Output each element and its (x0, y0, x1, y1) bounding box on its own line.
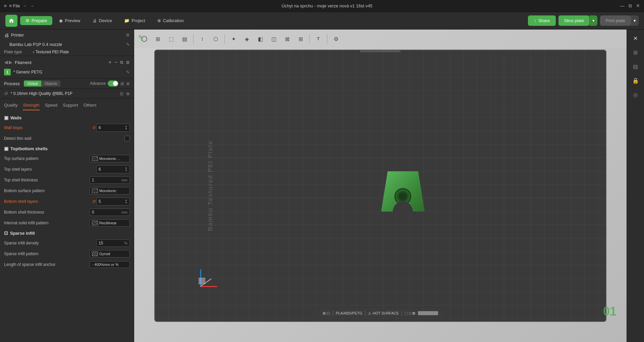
rs-grid-btn[interactable]: ▤ (630, 60, 642, 72)
plate-type-value[interactable]: › Textured PEI Plate (33, 50, 69, 54)
process-badges: Global Objects (24, 80, 60, 87)
internal-solid-infill-select[interactable]: Rectilinear (90, 219, 130, 227)
top-shell-layers-down[interactable]: ▼ (125, 169, 127, 172)
bottom-shell-layers-input[interactable]: 5 ▲ ▼ (96, 197, 130, 206)
filament-settings-icon[interactable]: ⚙ (126, 60, 130, 65)
prepare-icon: ⚙ (25, 18, 30, 23)
close-btn[interactable]: ✕ (636, 3, 640, 9)
filament-copy-icon[interactable]: ⧉ (120, 60, 123, 65)
print-button[interactable]: Print plate (600, 15, 631, 26)
printer-settings-icon[interactable]: ⚙ (126, 33, 130, 38)
wall-loops-arrows[interactable]: ▲ ▼ (125, 125, 127, 130)
tab-strength[interactable]: Strength (23, 101, 39, 110)
filament-add-icon[interactable]: + (108, 59, 111, 65)
arrange-btn[interactable]: ✦ (227, 33, 239, 45)
tab-quality[interactable]: Quality (4, 101, 17, 110)
rs-lock-btn[interactable]: 🔒 (630, 74, 642, 87)
advance-icons[interactable]: ⊞ (120, 81, 124, 86)
wall-loops-down[interactable]: ▼ (125, 128, 127, 130)
detect-thin-wall-checkbox[interactable] (124, 136, 130, 141)
sparse-infill-anchor-input[interactable]: › 400%mm or % (90, 261, 130, 268)
wall-loops-reset-icon[interactable]: ↺ (92, 125, 96, 130)
axes-indicator (192, 268, 219, 294)
wall-loops-input[interactable]: 6 ▲ ▼ (96, 124, 130, 132)
home-button[interactable] (5, 15, 17, 27)
file-menu[interactable]: ≡ File (9, 3, 20, 8)
back-btn[interactable]: ← (23, 3, 27, 8)
calibration-icon: ⊕ (157, 18, 161, 23)
tab-support[interactable]: Support (63, 101, 78, 110)
tab-prepare[interactable]: ⚙ Prepare (20, 16, 52, 25)
obj-orient-btn[interactable]: ⬡ (210, 33, 222, 45)
detect-thin-wall-row: Detect thin wall (0, 133, 134, 144)
profile-reset-icon[interactable]: ↺ (4, 91, 8, 96)
top-shell-layers-input[interactable]: 6 ▲ ▼ (96, 165, 130, 173)
process-row: Process Global Objects Advance ⊞ ⊕ (4, 80, 130, 87)
bottom-shell-layers-down[interactable]: ▼ (125, 202, 127, 204)
filament-remove-icon[interactable]: − (114, 59, 117, 65)
badge-global[interactable]: Global (24, 80, 41, 87)
filament-number: 1 (4, 69, 11, 75)
minimize-btn[interactable]: — (620, 3, 625, 9)
settings-btn[interactable]: ⚙ (330, 33, 342, 45)
preview-label: Preview (65, 18, 80, 23)
slice-button[interactable]: Slice plate (558, 15, 589, 26)
settings-tabs: Quality Strength Speed Support Others (0, 98, 134, 110)
slice-view2-btn[interactable]: ◫ (268, 33, 280, 45)
top-shell-thickness-input[interactable]: 1 mm (90, 176, 130, 184)
print-dropdown[interactable]: ▾ (631, 15, 639, 26)
profile-search-icon[interactable]: ⊕ (126, 91, 130, 96)
advance-toggle[interactable] (108, 80, 118, 87)
rs-close-btn[interactable]: ✕ (630, 32, 642, 44)
tab-preview[interactable]: ◉ Preview (54, 16, 86, 25)
view-split-btn[interactable]: ⊠ (281, 33, 293, 45)
sparse-infill-density-input[interactable]: 15 % (96, 239, 130, 247)
rs-layers-btn[interactable]: ⊞ (630, 46, 642, 58)
edit-pen-icon[interactable]: ✎ (138, 34, 144, 42)
view-mode-btn[interactable]: ⊞ (294, 33, 307, 45)
view-grid-btn[interactable]: ⊞ (152, 33, 164, 45)
badge-objects[interactable]: Objects (41, 80, 60, 87)
view-flat-btn[interactable]: ⬚ (165, 33, 177, 45)
tab-device[interactable]: 🖨 Device (87, 16, 118, 25)
tab-speed[interactable]: Speed (45, 101, 58, 110)
profile-save-icon[interactable]: ⊟ (120, 91, 123, 96)
device-icon: 🖨 (93, 18, 97, 23)
top-shell-layers-arrows[interactable]: ▲ ▼ (125, 167, 127, 172)
maximize-btn[interactable]: ⧉ (629, 3, 632, 9)
slice-view-btn[interactable]: ◧ (254, 33, 266, 45)
window-controls[interactable]: — ⧉ ✕ (620, 3, 640, 9)
text-btn[interactable]: T (312, 33, 324, 45)
bed-surface[interactable]: Bambu Textured PEI Plate (154, 50, 606, 322)
tab-others[interactable]: Others (84, 101, 97, 110)
bottom-surface-pattern-select[interactable]: Monotonic (90, 187, 130, 194)
share-button[interactable]: ↑ Share (528, 15, 556, 26)
left-panel: 🖨 Printer ⚙ Bambu Lab P1P 0.4 nozzle ✎ P… (0, 30, 134, 342)
plate-type-row: Plate type › Textured PEI Plate (0, 48, 134, 56)
bottom-shell-layers-arrows[interactable]: ▲ ▼ (125, 199, 127, 204)
3d-object[interactable] (381, 171, 425, 218)
sparse-infill-anchor-row: Length of sparse infill anchor › 400%mm … (0, 259, 134, 270)
status-grid-icon: ⊞ ⬡ (323, 311, 330, 316)
view-layers-btn[interactable]: ▤ (178, 33, 191, 45)
printer-edit-icon[interactable]: ✎ (126, 42, 130, 47)
printer-section-header: 🖨 Printer ⚙ (0, 30, 134, 41)
sparse-infill-pattern-select[interactable]: Gyroid (90, 250, 130, 258)
tab-project[interactable]: 📁 Project (119, 16, 150, 25)
topnav-right: ↑ Share Slice plate ▾ Print plate ▾ (528, 15, 639, 26)
obj-move-btn[interactable]: ↕ (196, 33, 208, 45)
advance-settings-icon[interactable]: ⊕ (126, 81, 130, 86)
walls-group-header: ▣ Walls (0, 113, 134, 122)
top-surface-pattern-select[interactable]: Monotonic ... (90, 155, 130, 162)
bottom-shell-thickness-input[interactable]: 0 mm (90, 209, 130, 216)
menu-bar[interactable]: ≡ ≡ File ← → (4, 3, 34, 8)
rs-visibility-btn[interactable]: ◎ (630, 89, 642, 101)
tab-calibration[interactable]: ⊕ Calibration (152, 16, 189, 25)
filament-edit-icon[interactable]: ✎ (126, 70, 130, 75)
bottom-shell-layers-reset-icon[interactable]: ↺ (92, 199, 96, 204)
slice-dropdown[interactable]: ▾ (589, 15, 597, 26)
forward-btn[interactable]: → (30, 3, 34, 8)
select-btn[interactable]: ◈ (241, 33, 253, 45)
walls-group-label: Walls (10, 115, 21, 120)
x-axis (200, 286, 217, 287)
